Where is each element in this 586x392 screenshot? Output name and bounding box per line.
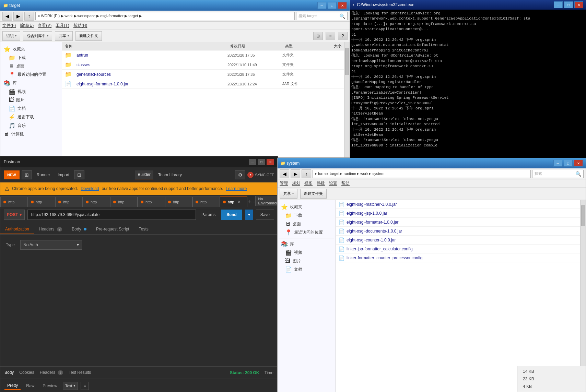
response-tab-headers[interactable]: Headers 3 [40,368,63,378]
second-sidebar-desktop[interactable]: 🖥桌面 [279,220,334,228]
table-row[interactable]: 📁 antrun 2022/1/28 17:35 文件夹 [62,50,344,60]
table-row[interactable]: 📄 eight-osgi-counter-1.0.0.jar [336,236,580,245]
second-menu-file[interactable]: 管理 [280,180,288,186]
sidebar-item-video[interactable]: 🎬视频 [2,87,60,96]
sidebar-item-xunlei[interactable]: ⚡迅雷下载 [2,113,60,121]
menu-edit[interactable]: 编辑(E) [20,23,34,28]
response-tab-body[interactable]: Body [4,368,14,378]
table-row[interactable]: 📄 eight-osgi-matcher-1.0.0.jar [336,200,580,209]
sidebar-item-computer[interactable]: 🖩计算机 [2,130,60,138]
search-icon[interactable]: 🔍 [339,13,345,19]
cmd-close-button[interactable]: ✕ [574,1,583,8]
new-folder-button[interactable]: 新建文件夹 [75,31,102,41]
runner-button[interactable]: Runner [34,170,53,179]
menu-file[interactable]: 文件(F) [2,23,16,28]
second-sidebar-favorites[interactable]: ⭐收藏夹 [279,203,334,211]
learn-more-link[interactable]: Learn more [226,186,247,191]
send-button[interactable]: Send [221,210,242,220]
menu-tools[interactable]: 工具(T) [56,23,69,28]
close-button[interactable]: ✕ [338,2,347,9]
second-share-button[interactable]: 共享 ▾ [280,189,297,199]
table-row[interactable]: 📁 classes 2022/11/10 11:49 文件夹 [62,60,344,70]
table-row[interactable]: 📄 linker-jsp-formatter_calculator.config [336,245,580,253]
menu-help[interactable]: 帮助(H) [73,23,87,28]
help-button[interactable]: ? [338,32,348,40]
col-header-date[interactable]: 修改日期 [227,44,282,49]
tab-http-8[interactable]: http [192,197,220,207]
second-menu-edit[interactable]: 规划 [292,180,300,186]
second-search-icon[interactable]: 🔍 [575,171,581,177]
postman-minimize-button[interactable]: ─ [249,159,256,165]
second-sidebar-video[interactable]: 🎬视频 [279,248,334,257]
tab-body[interactable]: Body [67,225,91,234]
forward-button[interactable]: ▶ [13,12,23,21]
back-button[interactable]: ◀ [2,12,12,21]
tab-authorization[interactable]: Authorization [0,225,34,234]
table-row[interactable]: 📄 eight-osgi-formatter-1.0.0.jar [336,218,580,227]
second-forward-button[interactable]: ▶ [291,169,300,178]
second-sidebar-library[interactable]: 📚库 [279,240,334,248]
download-link[interactable]: Download [81,186,99,191]
view-toggle-button[interactable]: ⊞ [313,32,323,40]
more-tabs-button[interactable]: ⋯ [251,197,255,207]
add-tab-button[interactable]: + [247,197,251,207]
tab-http-7[interactable]: http [165,197,192,207]
auth-type-select[interactable]: No Auth ▾ [20,240,82,250]
second-sidebar-pictures[interactable]: 🖼图片 [279,257,334,265]
postman-close-button[interactable]: ✕ [267,159,274,165]
second-maximize-button[interactable]: □ [564,160,573,167]
cmd-maximize-button[interactable]: □ [564,1,573,8]
pretty-button[interactable]: Pretty [4,382,21,390]
col-header-name[interactable]: 名称 [62,44,227,49]
params-button[interactable]: Params [199,212,218,217]
wrap-button[interactable]: ≡ [81,382,89,390]
new-tab-icon-button[interactable]: ⊡ [74,170,84,179]
second-sidebar-downloads[interactable]: 📁下载 [279,211,334,220]
table-row[interactable]: 📄 eight-osgi-formatter-1.0.0.jar 2022/11… [62,79,344,89]
tab-http-5[interactable]: http [110,197,138,207]
sidebar-item-downloads[interactable]: 📁下载 [2,54,60,62]
cmd-minimize-button[interactable]: ─ [554,1,563,8]
tab-http-4[interactable]: http [83,197,110,207]
tab-http-3[interactable]: http [55,197,83,207]
address-bar[interactable]: « WORK (E:) ▶ work ▶ workspace ▶ osgi-fo… [35,12,295,20]
method-select[interactable]: POST ▾ [4,210,25,220]
save-button[interactable]: Save [256,210,274,220]
tab-http-active[interactable]: http ✕ [220,197,247,207]
col-header-size[interactable]: 大小 [317,44,344,49]
second-back-button[interactable]: ◀ [280,169,289,178]
sidebar-item-docs[interactable]: 📄文档 [2,104,60,113]
response-tab-test-results[interactable]: Test Results [69,368,91,378]
table-row[interactable]: 📄 linker-formatter_counter_processor.con… [336,253,580,262]
import-button[interactable]: Import [55,170,72,179]
minimize-button[interactable]: ─ [317,2,326,9]
second-up-button[interactable]: ↑ [302,169,311,178]
vertical-scrollbar[interactable] [344,42,350,157]
tab-close-button[interactable]: ✕ [237,200,241,204]
col-header-type[interactable]: 类型 [282,44,317,49]
tab-pre-request-script[interactable]: Pre-request Script [91,225,134,234]
include-library-button[interactable]: 包含到库中 ▾ [23,31,52,41]
second-search-box[interactable]: 搜索 🔍 [532,170,584,178]
share-button[interactable]: 共享 ▾ [55,31,73,41]
view-details-button[interactable]: ≡ [326,32,335,40]
sidebar-item-desktop[interactable]: 🖥桌面 [2,62,60,70]
format-select[interactable]: Text ▾ [63,382,78,390]
second-menu-view[interactable]: 视图 [304,180,313,186]
preview-button[interactable]: Preview [40,382,60,390]
scroll-thumb[interactable] [345,48,349,75]
tab-http-2[interactable]: http [28,197,55,207]
second-sidebar-recent[interactable]: 📍最近访问的位置 [279,228,334,237]
url-input[interactable] [27,210,196,220]
sidebar-item-favorites[interactable]: ⭐收藏夹 [2,45,60,54]
sidebar-item-library[interactable]: 📚库 [2,79,60,87]
maximize-button[interactable]: □ [328,2,337,9]
second-menu-extra[interactable]: 帮助 [341,180,350,186]
table-row[interactable]: 📄 eight-osgi-jsp-1.0.0.jar [336,209,580,218]
search-box[interactable]: 搜索 target 🔍 [296,12,348,20]
sidebar-item-recent[interactable]: 📍最近访问的位置 [2,70,60,79]
table-row[interactable]: 📁 generated-sources 2022/1/28 17:35 文件夹 [62,70,344,79]
builder-button[interactable]: Builder [135,170,153,179]
second-menu-help[interactable]: 设置 [329,180,337,186]
tab-tests[interactable]: Tests [134,225,153,234]
